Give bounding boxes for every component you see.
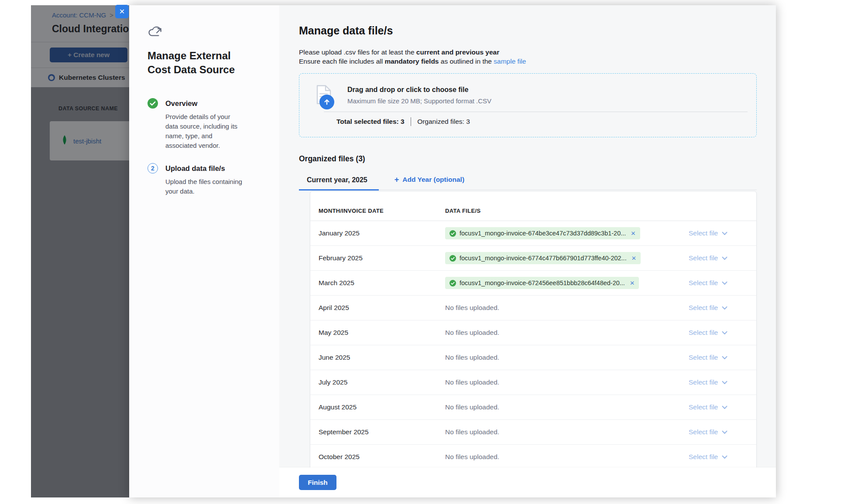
remove-file-icon[interactable]: ✕ (631, 230, 635, 237)
check-circle-icon (449, 280, 456, 286)
plus-icon: + (395, 177, 399, 183)
step-description: Provide details of your data source, inc… (165, 112, 244, 150)
month-label: May 2025 (310, 329, 437, 337)
month-label: July 2025 (310, 378, 437, 386)
data-file-cell: No files uploaded. (437, 329, 680, 337)
divider (324, 112, 748, 112)
select-file-dropdown[interactable]: Select file (680, 229, 756, 237)
check-circle-icon (449, 230, 456, 237)
data-file-cell: focusv1_mongo-invoice-672456ee851bbb28c6… (437, 277, 680, 289)
file-chip: focusv1_mongo-invoice-6774c477b667901d77… (445, 252, 641, 264)
month-label: January 2025 (310, 229, 437, 237)
select-file-dropdown[interactable]: Select file (680, 254, 756, 262)
remove-file-icon[interactable]: ✕ (630, 279, 635, 286)
select-file-label: Select file (689, 354, 718, 361)
drawer-footer: Finish (279, 467, 776, 497)
section-title: Manage data file/s (299, 24, 757, 37)
data-file-cell: No files uploaded. (437, 354, 680, 361)
step-number-icon: 2 (148, 163, 158, 174)
select-file-dropdown[interactable]: Select file (680, 304, 756, 312)
data-file-cell: focusv1_mongo-invoice-6774c477b667901d77… (437, 252, 680, 264)
file-counts: Total selected files: 3 Organized files:… (336, 117, 470, 126)
month-label: March 2025 (310, 279, 437, 287)
table-row: June 2025No files uploaded.Select file (310, 345, 756, 370)
month-label: April 2025 (310, 304, 437, 312)
file-dropzone[interactable]: Drag and drop or click to choose file Ma… (299, 73, 757, 137)
check-circle-icon (449, 255, 456, 262)
months-table: MONTH/INVOICE DATE DATA FILE/S January 2… (310, 191, 757, 467)
file-name: focusv1_mongo-invoice-672456ee851bbb28c6… (460, 279, 625, 286)
table-header-row: MONTH/INVOICE DATE DATA FILE/S (310, 191, 756, 221)
upload-file-icon (316, 85, 336, 109)
select-file-label: Select file (689, 304, 718, 312)
data-file-cell: No files uploaded. (437, 304, 680, 312)
step-overview: Overview Provide details of your data so… (148, 98, 279, 150)
select-file-dropdown[interactable]: Select file (680, 403, 756, 411)
chevron-down-icon (722, 232, 727, 235)
upload-panel: Manage data file/s Please upload .csv fi… (279, 5, 776, 497)
no-files-text: No files uploaded. (445, 354, 499, 361)
no-files-text: No files uploaded. (445, 329, 499, 336)
column-header-datafiles: DATA FILE/S (437, 208, 680, 221)
select-file-dropdown[interactable]: Select file (680, 329, 756, 337)
close-icon: ✕ (119, 7, 125, 16)
organized-files-count: Organized files: 3 (417, 118, 470, 126)
steps-list: Overview Provide details of your data so… (148, 98, 279, 196)
chevron-down-icon (722, 455, 727, 459)
upload-instructions: Please upload .csv files for at least th… (299, 48, 757, 66)
table-row: September 2025No files uploaded.Select f… (310, 420, 756, 445)
chevron-down-icon (722, 256, 727, 260)
no-files-text: No files uploaded. (445, 403, 499, 411)
select-file-dropdown[interactable]: Select file (680, 378, 756, 386)
no-files-text: No files uploaded. (445, 304, 499, 311)
instruction-line-1: Please upload .csv files for at least th… (299, 48, 757, 57)
table-row: March 2025focusv1_mongo-invoice-672456ee… (310, 271, 756, 296)
select-file-dropdown[interactable]: Select file (680, 279, 756, 287)
table-row: October 2025No files uploaded.Select fil… (310, 445, 756, 467)
background-page: Account: CCM-NG > Set Cloud Integration … (31, 5, 129, 497)
finish-button[interactable]: Finish (299, 475, 336, 490)
select-file-label: Select file (689, 453, 718, 461)
instruction-line-2: Ensure each file includes all mandatory … (299, 57, 757, 66)
month-label: June 2025 (310, 354, 437, 361)
chevron-down-icon (722, 356, 727, 360)
total-selected-files: Total selected files: 3 (336, 118, 405, 126)
chevron-down-icon (722, 281, 727, 285)
close-button[interactable]: ✕ (115, 5, 129, 18)
no-files-text: No files uploaded. (445, 428, 499, 436)
select-file-label: Select file (689, 329, 718, 337)
organized-files-heading: Organized files (3) (299, 154, 757, 163)
select-file-label: Select file (689, 428, 718, 436)
file-name: focusv1_mongo-invoice-6774c477b667901d77… (460, 255, 627, 262)
dropzone-subtitle: Maximum file size 20 MB; Supported forma… (347, 97, 491, 105)
data-file-cell: No files uploaded. (437, 428, 680, 436)
step-upload-data-files: 2 Upload data file/s Upload the files co… (148, 163, 279, 196)
month-label: August 2025 (310, 403, 437, 411)
file-chip: focusv1_mongo-invoice-674be3ce47c73d37dd… (445, 227, 640, 239)
select-file-label: Select file (689, 378, 718, 386)
month-label: February 2025 (310, 254, 437, 262)
select-file-dropdown[interactable]: Select file (680, 453, 756, 461)
dropzone-title: Drag and drop or click to choose file (347, 86, 491, 94)
divider (411, 117, 412, 126)
month-label: September 2025 (310, 428, 437, 436)
select-file-label: Select file (689, 279, 718, 287)
select-file-dropdown[interactable]: Select file (680, 428, 756, 436)
column-header-month: MONTH/INVOICE DATE (310, 208, 437, 221)
table-row: January 2025focusv1_mongo-invoice-674be3… (310, 221, 756, 246)
data-file-cell: No files uploaded. (437, 453, 680, 461)
no-files-text: No files uploaded. (445, 378, 499, 386)
remove-file-icon[interactable]: ✕ (631, 255, 636, 262)
cloud-export-icon (148, 24, 279, 37)
chevron-down-icon (722, 430, 727, 434)
sample-file-link[interactable]: sample file (494, 58, 526, 65)
tab-current-year[interactable]: Current year, 2025 (299, 176, 379, 191)
drawer-title: Manage External Cost Data Source (148, 49, 253, 76)
upload-panel-content: Manage data file/s Please upload .csv fi… (279, 5, 776, 467)
table-row: July 2025No files uploaded.Select file (310, 370, 756, 395)
data-file-cell: No files uploaded. (437, 378, 680, 386)
select-file-dropdown[interactable]: Select file (680, 354, 756, 361)
table-row: May 2025No files uploaded.Select file (310, 320, 756, 345)
add-year-button[interactable]: + Add Year (optional) (395, 176, 464, 190)
select-file-label: Select file (689, 229, 718, 237)
